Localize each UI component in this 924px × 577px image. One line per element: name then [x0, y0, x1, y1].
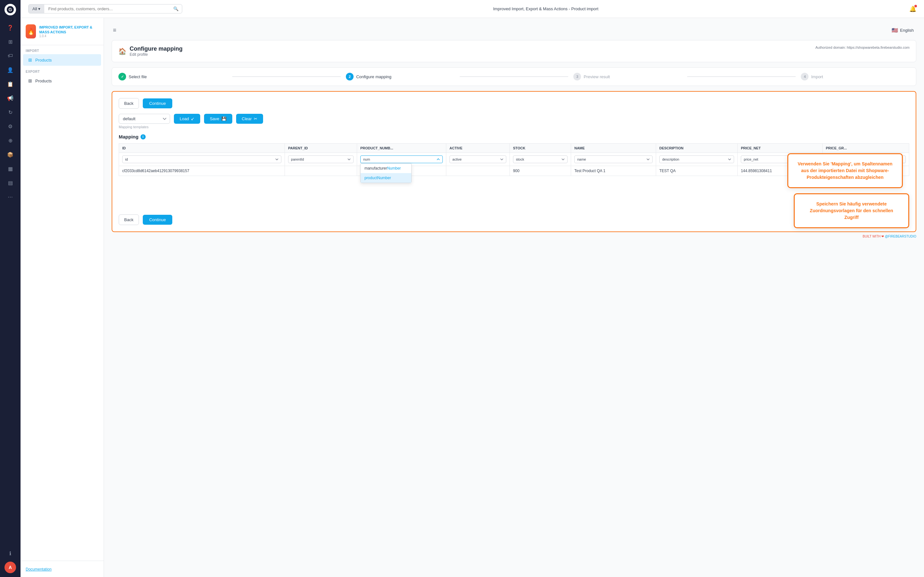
- catalog-icon[interactable]: 📦: [5, 149, 16, 160]
- name-value-cell: Test Product QA 1: [571, 166, 656, 176]
- continue-button-bottom[interactable]: Continue: [143, 215, 172, 225]
- language-selector[interactable]: 🇺🇸 English: [889, 26, 916, 35]
- step3-icon: 3: [573, 73, 581, 81]
- reports2-icon[interactable]: ▤: [5, 177, 16, 189]
- grid-icon[interactable]: ⊞: [5, 36, 16, 47]
- help-icon[interactable]: ❓: [5, 22, 16, 33]
- firebear-link[interactable]: @FIREBEARSTUDIO: [885, 235, 916, 238]
- content-top-bar: ≡ 🇺🇸 English: [111, 26, 916, 35]
- load-button[interactable]: Load ↙: [174, 114, 200, 124]
- step-configure-mapping: 2 Configure mapping: [346, 73, 455, 81]
- template-select[interactable]: default: [119, 114, 170, 124]
- reports-icon[interactable]: ▦: [5, 163, 16, 174]
- stock-value-cell: 900: [510, 166, 571, 176]
- save-icon: 💾: [221, 116, 226, 121]
- export-products-icon: ⊞: [28, 78, 32, 83]
- sidebar-footer: Documentation: [21, 561, 103, 577]
- extensions-icon[interactable]: ↻: [5, 106, 16, 118]
- parent-id-value-cell: [285, 166, 357, 176]
- id-field-select[interactable]: id: [122, 155, 281, 163]
- plugin-header: 🔥 IMPROVED IMPORT, EXPORT & MASS ACTIONS…: [21, 18, 103, 45]
- left-navigation: G ❓ ⊞ 🏷 👤 📋 📢 ↻ ⚙ ⊕ 📦 ▦ ▤ ⋯ ℹ A: [0, 0, 21, 577]
- bottom-action-row: Back Continue: [119, 214, 909, 225]
- step1-label: Select file: [129, 74, 147, 79]
- dropdown-item-product-number[interactable]: productNumber: [360, 173, 411, 183]
- mapping-info-icon[interactable]: i: [141, 134, 145, 139]
- add-icon[interactable]: ⊕: [5, 135, 16, 146]
- app-logo[interactable]: G: [5, 4, 16, 15]
- col-header-id: ID: [119, 143, 285, 153]
- name-select-cell: name: [571, 153, 656, 166]
- plugin-name: IMPROVED IMPORT, EXPORT & MASS ACTIONS: [39, 25, 99, 34]
- product-number-field-select[interactable]: num: [360, 155, 443, 163]
- tooltip-save: Speichern Sie häufig verwendete Zuordnun…: [794, 193, 909, 228]
- steps-bar: ✓ Select file 2 Configure mapping 3 Prev…: [111, 67, 916, 86]
- marketing-icon[interactable]: 📢: [5, 92, 16, 104]
- template-row: default Load ↙ Save 💾 Clear ✂: [119, 114, 909, 124]
- step2-label: Configure mapping: [356, 74, 391, 79]
- parent-id-field-select[interactable]: parentId: [288, 155, 354, 163]
- svg-text:G: G: [9, 7, 12, 12]
- notification-dot: [914, 5, 917, 7]
- users-icon[interactable]: 👤: [5, 64, 16, 76]
- more-icon[interactable]: ⋯: [5, 191, 16, 203]
- description-select-cell: description: [656, 153, 737, 166]
- stock-field-select[interactable]: stock: [513, 155, 567, 163]
- product-number-dropdown: manufacturerNumber productNumber: [360, 163, 412, 183]
- step2-icon: 2: [346, 73, 354, 81]
- back-button-top[interactable]: Back: [119, 98, 139, 109]
- sidebar-item-export-products[interactable]: ⊞ Products: [23, 75, 101, 87]
- tooltip-mapping-text: Verwenden Sie 'Mapping', um Spaltennamen…: [796, 161, 894, 181]
- edit-profile-subtitle[interactable]: Edit profile: [129, 52, 183, 57]
- notification-button[interactable]: 🔔: [909, 5, 916, 13]
- active-field-select[interactable]: active: [449, 155, 506, 163]
- dropdown-item-manufacturer-number[interactable]: manufacturerNumber: [360, 163, 411, 173]
- step1-icon: ✓: [118, 73, 126, 81]
- clear-icon: ✂: [254, 116, 257, 121]
- product-icon[interactable]: 🏷: [5, 50, 16, 61]
- content-area: ≡ 🇺🇸 English 🏠 Configure mapping Edit pr…: [104, 18, 924, 577]
- tooltip-mapping: Verwenden Sie 'Mapping', um Spaltennamen…: [787, 153, 903, 188]
- step4-icon: 4: [801, 73, 809, 81]
- save-button[interactable]: Save 💾: [204, 114, 232, 124]
- mapping-panel: Back Continue default Load ↙ Save 💾: [111, 91, 916, 232]
- orders-icon[interactable]: 📋: [5, 78, 16, 90]
- col-header-active: ACTIVE: [446, 143, 510, 153]
- import-products-label: Products: [35, 58, 52, 63]
- back-button-bottom[interactable]: Back: [119, 214, 139, 225]
- flag-icon: 🇺🇸: [892, 27, 898, 33]
- name-field-select[interactable]: name: [574, 155, 653, 163]
- sidebar-item-import-products[interactable]: ⊞ Products: [23, 54, 101, 66]
- continue-button-top[interactable]: Continue: [143, 98, 172, 108]
- id-select-cell: id: [119, 153, 285, 166]
- configure-mapping-card: 🏠 Configure mapping Edit profile Authori…: [111, 40, 916, 62]
- plugin-version: 1.0.4: [39, 34, 99, 38]
- search-input[interactable]: [44, 5, 170, 13]
- col-header-price-gross: PRICE_GR...: [822, 143, 909, 153]
- user-avatar[interactable]: A: [5, 562, 16, 573]
- menu-button[interactable]: ≡: [111, 26, 118, 35]
- import-products-icon: ⊞: [28, 57, 32, 63]
- documentation-link[interactable]: Documentation: [26, 567, 52, 572]
- step-preview-result: 3 Preview result: [573, 73, 682, 81]
- export-products-label: Products: [35, 79, 52, 83]
- settings-icon[interactable]: ⚙: [5, 121, 16, 132]
- search-bar: All ▾ 🔍: [28, 4, 182, 13]
- col-header-product-number: PRODUCT_NUMB...: [357, 143, 446, 153]
- import-section-label: IMPORT: [21, 45, 103, 54]
- step4-label: Import: [811, 74, 823, 79]
- stock-select-cell: stock: [510, 153, 571, 166]
- plugin-sidebar: 🔥 IMPROVED IMPORT, EXPORT & MASS ACTIONS…: [21, 18, 104, 577]
- description-field-select[interactable]: description: [659, 155, 734, 163]
- info-icon[interactable]: ℹ: [5, 548, 16, 559]
- search-filter-dropdown[interactable]: All ▾: [29, 5, 44, 13]
- step-divider-1: [232, 76, 341, 77]
- product-number-select-cell: num manufacturerNumber: [357, 153, 446, 166]
- id-value-cell: cf2033cd8d6142aeb412913079938157: [119, 166, 285, 176]
- template-label: Mapping templates: [119, 125, 909, 129]
- clear-button[interactable]: Clear ✂: [236, 114, 263, 124]
- search-button[interactable]: 🔍: [170, 5, 182, 13]
- active-select-cell: active: [446, 153, 510, 166]
- load-icon: ↙: [191, 116, 194, 121]
- plugin-logo: 🔥: [26, 24, 36, 39]
